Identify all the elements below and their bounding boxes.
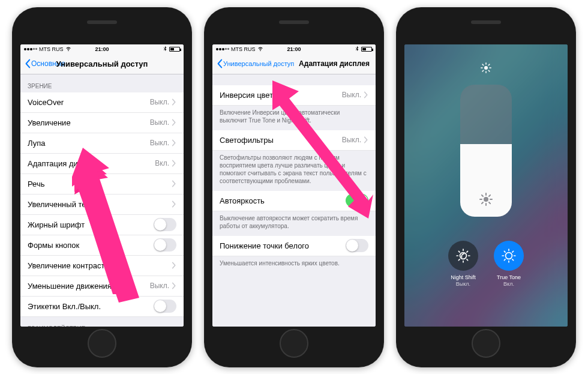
phone-mockup-1: MTS RUS 21:00 Основные Универсальный дос… [12,7,192,367]
nav-bar: Основные Универсальный доступ [20,54,184,74]
chevron-left-icon [24,59,31,68]
phone-mockup-2: MTS RUS 21:00 Универсальный доступ Адапт… [204,7,384,367]
row-label: Увеличение [28,118,150,127]
svg-line-10 [482,70,484,71]
chevron-right-icon [364,136,368,143]
clock: 21:00 [76,46,128,52]
battery-icon [361,47,372,52]
section-header-vision: ЗРЕНИЕ [20,74,184,92]
battery-icon [169,47,180,52]
row-label: Речь [28,179,172,189]
signal-icon [24,48,37,50]
chevron-right-icon [364,91,368,98]
row-reduce-white-point[interactable]: Понижение точки белого [212,236,376,256]
brightness-icon [481,62,491,75]
svg-line-38 [512,251,514,252]
row-value: Выкл. [150,98,169,106]
row-label: Формы кнопок [28,241,154,250]
svg-line-8 [482,64,484,65]
svg-line-9 [488,70,490,71]
row-label: Жирный шрифт [28,220,154,229]
status-bar: MTS RUS 21:00 [20,44,184,54]
row-reduce-motion[interactable]: Уменьшение движения Выкл. [20,276,184,297]
chevron-left-icon [216,59,223,68]
back-button[interactable]: Универсальный доступ [216,59,294,68]
row-value: Выкл. [150,282,169,290]
row-increase-contrast[interactable]: Увеличение контраста [20,256,184,276]
brightness-slider[interactable] [460,85,512,217]
carrier-label: MTS RUS [39,46,64,52]
back-label: Универсальный доступ [223,60,294,67]
true-tone-icon [494,241,524,271]
row-invert-colors[interactable]: Инверсия цвета Выкл. [212,85,376,106]
night-shift-button[interactable]: Night Shift Выкл. [448,241,478,287]
row-label: Инверсия цвета [220,91,342,100]
true-tone-label: True Tone [497,274,521,280]
nav-bar: Универсальный доступ Адаптация дисплея [212,54,376,74]
row-auto-brightness[interactable]: Автояркость [212,191,376,211]
chevron-right-icon [172,160,176,167]
chevron-right-icon [172,180,176,187]
row-voiceover[interactable]: VoiceOver Выкл. [20,92,184,113]
chevron-right-icon [172,282,176,289]
clock: 21:00 [268,46,320,52]
row-value: Выкл. [342,136,361,144]
carrier-label: MTS RUS [231,46,256,52]
row-label: VoiceOver [28,98,150,107]
toggle-on-off-labels[interactable] [154,300,176,313]
row-speech[interactable]: Речь [20,174,184,195]
row-label: Светофильтры [220,136,342,145]
row-value: Выкл. [150,139,169,147]
row-value: Выкл. [342,91,361,99]
row-label: Уменьшение движения [28,282,150,291]
settings-list[interactable]: Инверсия цвета Выкл. Включение Инверсии … [212,74,376,327]
chevron-right-icon [172,201,176,208]
toggle-auto-brightness[interactable] [346,194,368,207]
svg-line-20 [489,195,490,196]
phone-mockup-3: Night Shift Выкл. True Tone Вкл. [396,7,576,367]
footer-note-filters: Светофильтры позволяют людям с плохим во… [212,151,376,191]
night-shift-label: Night Shift [451,274,476,280]
svg-line-11 [488,64,490,65]
row-label: Лупа [28,139,150,148]
svg-line-29 [467,251,468,252]
row-display-accommodations[interactable]: Адаптация дисплея Вкл. [20,154,184,174]
row-magnifier[interactable]: Лупа Выкл. [20,133,184,154]
settings-list[interactable]: ЗРЕНИЕ VoiceOver Выкл. Увеличение Выкл. … [20,74,184,327]
true-tone-button[interactable]: True Tone Вкл. [494,241,524,287]
wifi-icon [65,46,71,53]
toggle-reduce-white[interactable] [346,239,368,252]
svg-line-17 [482,195,483,196]
chevron-right-icon [172,139,176,146]
row-color-filters[interactable]: Светофильтры Выкл. [212,130,376,151]
sun-icon [479,192,493,208]
svg-point-12 [484,197,488,202]
chevron-right-icon [172,98,176,106]
row-label: Автояркость [220,196,346,205]
svg-line-28 [458,259,460,260]
row-label: Этикетки Вкл./Выкл. [28,302,154,311]
row-label: Увеличение контраста [28,261,172,270]
night-shift-value: Выкл. [456,281,470,287]
back-button[interactable]: Основные [24,59,65,68]
toggle-bold-text[interactable] [154,218,176,231]
row-button-shapes[interactable]: Формы кнопок [20,235,184,256]
svg-point-30 [506,252,512,259]
svg-line-37 [504,259,505,260]
row-bold-text[interactable]: Жирный шрифт [20,215,184,235]
nav-title: Адаптация дисплея [295,59,372,68]
toggle-button-shapes[interactable] [154,238,176,252]
night-shift-icon [448,241,478,271]
svg-line-27 [467,259,468,260]
row-label: Понижение точки белого [220,241,346,250]
svg-point-3 [484,66,488,70]
row-zoom[interactable]: Увеличение Выкл. [20,113,184,133]
svg-line-36 [512,259,514,260]
svg-line-18 [489,202,490,204]
back-label: Основные [31,59,65,68]
row-value: Выкл. [150,118,169,127]
signal-icon [216,48,229,50]
footer-note-invert: Включение Инверсии цвета автоматически в… [212,106,376,130]
row-larger-text[interactable]: Увеличенный текст [20,195,184,215]
row-on-off-labels[interactable]: Этикетки Вкл./Выкл. [20,297,184,317]
